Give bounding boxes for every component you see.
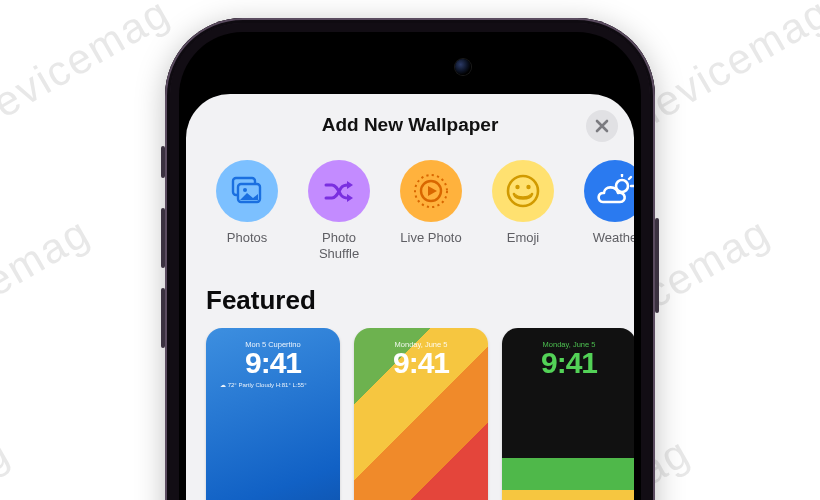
- front-camera: [455, 59, 471, 75]
- sheet-header: Add New Wallpaper: [186, 94, 634, 156]
- volume-down-button: [161, 288, 165, 348]
- svg-point-5: [508, 176, 538, 206]
- category-emoji[interactable]: Emoji: [488, 160, 558, 263]
- lockscreen-time: 9:41: [206, 348, 340, 378]
- category-live-photo[interactable]: Live Photo: [396, 160, 466, 263]
- category-photo-shuffle[interactable]: Photo Shuffle: [304, 160, 374, 263]
- emoji-icon: [504, 172, 542, 210]
- device-frame: Add New Wallpaper: [165, 18, 655, 500]
- live-photo-icon: [411, 171, 451, 211]
- featured-row: Mon 5 Cupertino 9:41 ☁ 72° Partly Cloudy…: [186, 328, 634, 501]
- svg-point-6: [515, 185, 519, 189]
- close-icon: [595, 119, 609, 133]
- svg-line-11: [629, 177, 631, 179]
- category-label: Live Photo: [400, 230, 461, 246]
- lockscreen-time: 9:41: [354, 348, 488, 378]
- sheet-add-wallpaper: Add New Wallpaper: [186, 94, 634, 500]
- power-button: [655, 218, 659, 313]
- wallpaper-thumbnail-unity[interactable]: Monday, June 5 9:41: [502, 328, 634, 501]
- category-label: Photos: [227, 230, 267, 246]
- category-photos[interactable]: Photos: [212, 160, 282, 263]
- lockscreen-time: 9:41: [502, 348, 634, 378]
- dynamic-island: [341, 48, 479, 86]
- svg-point-7: [526, 185, 530, 189]
- close-button[interactable]: [586, 110, 618, 142]
- photos-icon: [230, 176, 264, 206]
- wallpaper-thumbnail-weather[interactable]: Mon 5 Cupertino 9:41 ☁ 72° Partly Cloudy…: [206, 328, 340, 501]
- category-label: Emoji: [507, 230, 540, 246]
- weather-icon: [595, 174, 634, 208]
- category-label: Weathe: [593, 230, 634, 246]
- section-title-featured: Featured: [186, 263, 634, 328]
- sheet-title: Add New Wallpaper: [186, 94, 634, 156]
- category-label: Photo Shuffle: [319, 230, 359, 263]
- device-bezel: Add New Wallpaper: [179, 32, 641, 500]
- lockscreen-widgets: ☁ 72° Partly Cloudy H:81° L:55°: [220, 382, 307, 390]
- category-row: Photos Photo Shuffle: [186, 156, 634, 263]
- wallpaper-thumbnail-pride-stripes[interactable]: Monday, June 5 9:41: [354, 328, 488, 501]
- volume-up-button: [161, 208, 165, 268]
- svg-point-2: [243, 188, 247, 192]
- shuffle-icon: [322, 177, 356, 205]
- category-weather[interactable]: Weathe: [580, 160, 634, 263]
- side-button: [161, 146, 165, 178]
